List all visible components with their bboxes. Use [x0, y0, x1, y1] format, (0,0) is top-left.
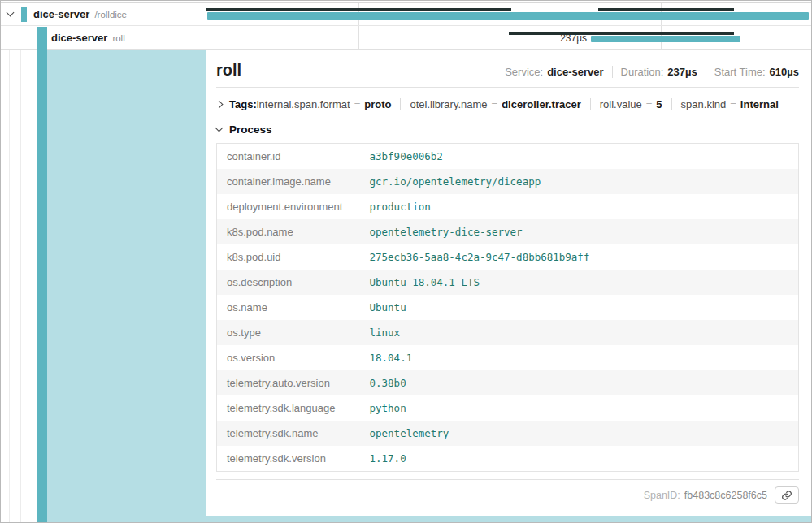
span-meta: Service: dice-server Duration: 237µs Sta…	[505, 66, 799, 78]
kv-key: k8s.pod.uid	[217, 244, 360, 270]
kv-value: 275ecb36-5aa8-4c2a-9c47-d8bb681b9aff	[360, 244, 799, 270]
tags-summary-row[interactable]: Tags: internal.span.format = proto otel.…	[216, 98, 799, 110]
kv-key: container.id	[217, 144, 360, 170]
tag-divider	[590, 98, 591, 110]
process-section-toggle[interactable]: Process	[216, 123, 799, 136]
kv-value: Ubuntu	[360, 295, 799, 320]
kv-key: os.description	[217, 270, 360, 295]
service-color-stripe	[37, 27, 47, 522]
service-name[interactable]: dice-server	[51, 32, 107, 44]
span-detail-header: roll Service: dice-server Duration: 237µ…	[216, 61, 799, 80]
tags-label: Tags:	[229, 98, 257, 110]
tag-equals: =	[492, 98, 498, 110]
critical-path-segment	[206, 8, 511, 11]
kv-key: os.type	[217, 320, 360, 345]
chevron-right-icon[interactable]	[215, 101, 224, 109]
span-row-rolldice[interactable]: dice-server /rolldice	[1, 2, 811, 26]
process-row: os.version 18.04.1	[217, 345, 799, 370]
process-row: telemetry.sdk.name opentelemetry	[217, 421, 799, 446]
kv-key: os.version	[217, 345, 360, 370]
kv-value: gcr.io/opentelemetry/diceapp	[360, 169, 799, 194]
spanid-value: fb483c8c6258f6c5	[684, 490, 767, 501]
span-title: roll	[216, 61, 241, 80]
meta-divider	[612, 66, 613, 78]
span-name-cell[interactable]: dice-server /rolldice	[1, 3, 206, 25]
chevron-down-icon[interactable]	[7, 9, 15, 17]
tree-indent-guide	[20, 50, 21, 522]
span-detail-footer: SpanID: fb483c8c6258f6c5	[216, 479, 799, 510]
kv-value: production	[360, 194, 799, 219]
tag-equals: =	[354, 98, 361, 110]
kv-value: a3bf90e006b2	[360, 144, 799, 170]
tag-value: diceroller.tracer	[502, 98, 581, 110]
operation-name: roll	[112, 33, 124, 43]
process-row: k8s.pod.uid 275ecb36-5aa8-4c2a-9c47-d8bb…	[217, 244, 799, 270]
kv-value: linux	[360, 320, 799, 345]
tag-item: span.kind = internal	[681, 98, 779, 110]
process-row: k8s.pod.name opentelemetry-dice-server	[217, 219, 799, 244]
tag-item: roll.value = 5	[600, 98, 662, 110]
tag-key: roll.value	[600, 98, 642, 110]
kv-key: os.name	[217, 295, 360, 320]
process-kv-table: container.id a3bf90e006b2 container.imag…	[216, 143, 799, 472]
process-row: telemetry.sdk.version 1.17.0	[217, 446, 799, 472]
tag-value: internal	[740, 98, 779, 110]
process-row: telemetry.auto.version 0.38b0	[217, 370, 799, 395]
process-row: container.id a3bf90e006b2	[217, 144, 799, 170]
tag-key: span.kind	[681, 98, 727, 110]
tag-value: 5	[656, 98, 662, 110]
meta-divider	[706, 66, 706, 78]
detail-row-left-column	[37, 50, 206, 522]
kv-value: opentelemetry-dice-server	[360, 219, 799, 244]
detail-bottom-accent	[206, 516, 811, 522]
tag-equals: =	[730, 98, 736, 110]
span-timeline-cell: 237µs	[206, 27, 810, 49]
spanid-label: SpanID:	[644, 490, 680, 501]
service-label: Service:	[505, 66, 543, 78]
tag-value: proto	[364, 98, 391, 110]
critical-path-segment	[509, 32, 734, 35]
kv-key: telemetry.sdk.language	[217, 395, 360, 421]
tag-divider	[671, 98, 672, 110]
kv-key: telemetry.sdk.name	[217, 421, 360, 446]
process-row: os.name Ubuntu	[217, 295, 799, 320]
span-name-cell[interactable]: dice-server roll	[1, 27, 206, 49]
tag-item: otel.library.name = diceroller.tracer	[410, 98, 580, 110]
link-icon	[781, 490, 792, 501]
kv-key: telemetry.auto.version	[217, 370, 360, 395]
span-bar[interactable]	[591, 36, 740, 42]
service-color-swatch	[21, 7, 27, 22]
kv-value: python	[360, 395, 799, 421]
tag-key: otel.library.name	[410, 98, 487, 110]
kv-key: telemetry.sdk.version	[217, 446, 360, 472]
service-name[interactable]: dice-server	[33, 8, 89, 20]
chevron-down-icon[interactable]	[215, 124, 224, 132]
span-bar[interactable]	[207, 12, 809, 20]
kv-key: k8s.pod.name	[217, 219, 360, 244]
tag-divider	[400, 98, 401, 110]
process-row: os.type linux	[217, 320, 799, 345]
kv-value: 1.17.0	[360, 446, 799, 472]
header-divider	[216, 87, 799, 88]
kv-value: 0.38b0	[360, 370, 799, 395]
start-time-value: 610µs	[770, 66, 799, 78]
copy-link-button[interactable]	[775, 486, 799, 504]
process-row: deployment.environment production	[217, 194, 799, 219]
process-row: container.image.name gcr.io/opentelemetr…	[217, 169, 799, 194]
duration-value: 237µs	[667, 66, 697, 78]
tag-equals: =	[646, 98, 653, 110]
process-label: Process	[229, 123, 272, 136]
tree-indent-guide	[9, 50, 10, 522]
kv-value: opentelemetry	[360, 421, 799, 446]
critical-path-segment	[598, 8, 734, 11]
span-row-roll[interactable]: dice-server roll 237µs	[1, 27, 811, 50]
process-row: os.description Ubuntu 18.04.1 LTS	[217, 270, 799, 295]
tag-item: internal.span.format = proto	[257, 98, 392, 110]
kv-key: deployment.environment	[217, 194, 360, 219]
kv-value: 18.04.1	[360, 345, 799, 370]
trace-timeline-page: dice-server /rolldice dice-server roll 2…	[0, 0, 812, 523]
duration-label: Duration:	[621, 66, 664, 78]
span-detail-panel: roll Service: dice-server Duration: 237µ…	[206, 50, 810, 516]
span-timeline-cell	[206, 3, 810, 25]
start-time-label: Start Time:	[714, 66, 766, 78]
